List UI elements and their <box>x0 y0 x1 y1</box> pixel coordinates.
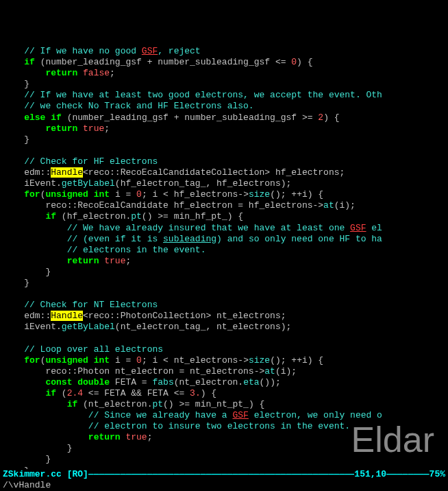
code-token: 0 <box>291 57 297 67</box>
code-token: ) { <box>297 57 312 67</box>
code-token: reco::Photon nt_electron = nt_electrons-… <box>45 366 264 376</box>
code-line[interactable]: return true; <box>0 432 448 443</box>
status-line: ZSkimmer.cc [RO]————————————————————————… <box>0 469 448 480</box>
code-token <box>77 68 83 78</box>
code-token: } <box>24 278 29 288</box>
code-line[interactable]: const double FETA = fabs(nt_electron.eta… <box>0 377 448 388</box>
code-line[interactable]: } <box>0 454 448 465</box>
code-line[interactable]: // Since we already have a GSF electron,… <box>0 410 448 421</box>
status-percent: 75% <box>430 469 445 480</box>
code-token: int <box>94 355 110 366</box>
code-line[interactable]: else if (number_leading_gsf + number_sub… <box>0 112 448 123</box>
status-filename: ZSkimmer.cc <box>3 469 62 480</box>
code-line[interactable]: return false; <box>0 68 448 79</box>
code-token: return <box>67 256 99 266</box>
code-line[interactable]: // If we have at least two good electron… <box>0 90 448 101</box>
code-line[interactable]: } <box>0 134 448 145</box>
code-token: FETA = <box>110 377 152 387</box>
code-line[interactable]: // Check for HF electrons <box>0 156 448 167</box>
code-token: ; i < hf_electrons-> <box>142 189 249 200</box>
code-line[interactable]: } <box>0 278 448 289</box>
code-token: ; <box>125 256 131 266</box>
code-line[interactable]: iEvent.getByLabel(hf_electron_tag_, hf_e… <box>0 178 448 189</box>
code-token: ) { <box>201 388 216 398</box>
code-token: return <box>45 123 77 134</box>
code-token <box>3 145 8 156</box>
code-token: reco::RecoEcalCandidate hf_electron = hf… <box>45 200 323 211</box>
code-token: // Check for HF electrons <box>24 156 158 167</box>
code-line[interactable]: if (hf_electron.pt() >= min_hf_pt_) { <box>0 211 448 222</box>
code-token: // electron to insure two electrons in t… <box>88 421 350 431</box>
code-token: , reject <box>158 46 200 56</box>
code-token: 3. <box>190 388 201 398</box>
code-token: unsigned <box>45 355 88 366</box>
code-line[interactable]: for(unsigned int i = 0; i < hf_electrons… <box>0 189 448 200</box>
code-token: ; <box>104 123 110 134</box>
code-line[interactable]: // electron to insure two electrons in t… <box>0 421 448 432</box>
code-token: iEvent. <box>24 178 62 189</box>
code-token: 0 <box>136 355 142 366</box>
code-line[interactable]: } <box>0 79 448 90</box>
code-token: Handle <box>51 311 83 321</box>
code-token: // we check No Track and HF Electrons al… <box>24 101 253 111</box>
command-line[interactable]: /\vHandle <box>0 480 448 491</box>
code-token: (number_leading_gsf + number_subleading_… <box>62 112 318 123</box>
code-token: // Check for NT Electrons <box>24 300 158 310</box>
code-token: const <box>45 377 72 387</box>
code-token: unsigned <box>45 189 88 200</box>
code-line[interactable]: if (nt_electron.pt() >= min_nt_pt_) { <box>0 399 448 410</box>
code-token: subleading <box>163 234 216 244</box>
code-line[interactable]: reco::RecoEcalCandidate hf_electron = hf… <box>0 200 448 211</box>
code-token: () >= min_hf_pt_) { <box>142 211 243 221</box>
code-line[interactable]: return true; <box>0 123 448 134</box>
code-token: <reco::RecoEcalCandidateCollection> hf_e… <box>83 167 345 178</box>
code-token: // (even if it is <box>67 234 163 244</box>
code-token: true <box>125 432 147 442</box>
code-token: // Loop over all electrons <box>24 344 163 355</box>
code-token <box>3 333 8 343</box>
code-line[interactable] <box>0 145 448 156</box>
code-token: el <box>366 223 382 233</box>
code-token: size <box>249 189 270 200</box>
code-token: return <box>45 68 77 78</box>
code-token: if <box>51 112 62 123</box>
code-line[interactable]: // If we have no good GSF, reject <box>0 46 448 57</box>
code-editor[interactable]: // If we have no good GSF, reject if (nu… <box>0 45 448 491</box>
code-line[interactable]: edm::Handle<reco::RecoEcalCandidateColle… <box>0 167 448 178</box>
code-line[interactable]: // We have already insured that we have … <box>0 223 448 234</box>
code-token: <= FETA && FETA <= <box>83 388 190 398</box>
code-token: } <box>24 79 29 89</box>
code-token: } <box>45 454 51 464</box>
code-token <box>3 289 8 299</box>
code-token: (i); <box>334 200 356 211</box>
code-line[interactable]: // (even if it is subleading) and so onl… <box>0 234 448 245</box>
code-token: at <box>264 366 275 376</box>
code-token <box>88 355 94 366</box>
code-line[interactable]: reco::Photon nt_electron = nt_electrons-… <box>0 366 448 377</box>
code-token: (nt_electron_tag_, nt_electrons); <box>115 322 291 332</box>
code-line[interactable]: // Check for NT Electrons <box>0 300 448 311</box>
code-token: at <box>323 200 334 211</box>
code-line[interactable]: return true; <box>0 256 448 267</box>
code-token: GSF <box>232 410 248 420</box>
code-line[interactable]: if (2.4 <= FETA && FETA <= 3.) { <box>0 388 448 399</box>
code-line[interactable]: iEvent.getByLabel(nt_electron_tag_, nt_e… <box>0 322 448 333</box>
code-token: (i); <box>275 366 297 376</box>
code-token: // Since we already have a <box>88 410 233 420</box>
code-token: (nt_electron. <box>77 399 152 409</box>
code-line[interactable] <box>0 289 448 300</box>
code-token: iEvent. <box>24 322 62 332</box>
code-line[interactable]: // we check No Track and HF Electrons al… <box>0 101 448 112</box>
code-line[interactable]: if (number_leading_gsf + number_subleadi… <box>0 57 448 68</box>
code-line[interactable]: } <box>0 267 448 278</box>
code-token: eta <box>243 377 259 387</box>
code-line[interactable]: // electrons in the event. <box>0 245 448 256</box>
code-line[interactable]: edm::Handle<reco::PhotonCollection> nt_e… <box>0 311 448 322</box>
code-token: // If we have no good <box>24 46 142 56</box>
code-line[interactable]: } <box>0 443 448 454</box>
code-line[interactable]: // Loop over all electrons <box>0 344 448 355</box>
code-line[interactable] <box>0 333 448 344</box>
code-token: } <box>24 134 29 145</box>
code-line[interactable]: for(unsigned int i = 0; i < nt_electrons… <box>0 355 448 366</box>
code-token: GSF <box>142 46 158 56</box>
